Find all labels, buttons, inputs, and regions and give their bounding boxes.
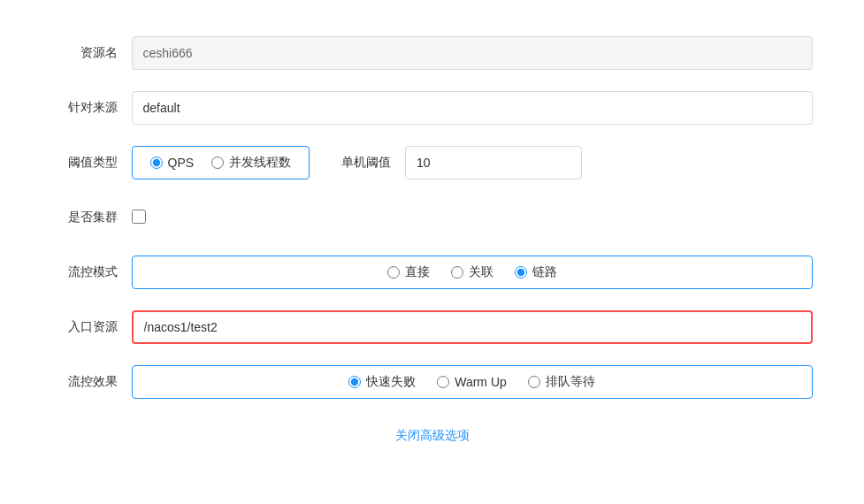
resource-name-input[interactable] (132, 36, 813, 70)
flow-queue-option[interactable]: 排队等待 (528, 374, 595, 390)
flow-mode-label: 流控模式 (52, 264, 132, 280)
flow-fast-fail-radio[interactable] (348, 376, 361, 388)
resource-name-control (132, 36, 813, 70)
resource-name-label: 资源名 (52, 45, 132, 61)
flow-mode-control: 直接 关联 链路 (132, 256, 813, 289)
flow-chain-radio[interactable] (515, 266, 527, 279)
threshold-type-row: 阈值类型 QPS 并发线程数 单机阈值 (52, 145, 813, 180)
entry-resource-row: 入口资源 (52, 309, 813, 345)
cluster-label: 是否集群 (52, 210, 132, 225)
close-advanced-link[interactable]: 关闭高级选项 (395, 428, 470, 444)
cluster-row: 是否集群 (52, 200, 813, 235)
threshold-type-control: QPS 并发线程数 单机阈值 (132, 146, 813, 179)
flow-effect-row: 流控效果 快速失败 Warm Up 排队等待 (52, 364, 813, 400)
cluster-control (132, 210, 813, 226)
flow-mode-box: 直接 关联 链路 (132, 256, 813, 289)
close-advanced-row: 关闭高级选项 (52, 419, 813, 444)
resource-name-row: 资源名 (52, 35, 813, 71)
flow-chain-label: 链路 (532, 264, 557, 280)
threshold-qps-option[interactable]: QPS (150, 156, 195, 170)
threshold-qps-label: QPS (168, 156, 195, 170)
flow-effect-box: 快速失败 Warm Up 排队等待 (132, 365, 813, 399)
flow-associate-label: 关联 (469, 264, 493, 280)
single-threshold-input[interactable] (405, 146, 582, 179)
flow-associate-option[interactable]: 关联 (451, 264, 493, 280)
flow-warm-up-label: Warm Up (455, 375, 507, 389)
source-row: 针对来源 (52, 90, 813, 126)
flow-direct-label: 直接 (405, 264, 430, 280)
source-input[interactable] (132, 91, 813, 125)
threshold-type-box: QPS 并发线程数 (132, 146, 310, 179)
threshold-concurrent-label: 并发线程数 (229, 155, 291, 171)
flow-fast-fail-option[interactable]: 快速失败 (348, 374, 416, 390)
threshold-concurrent-radio[interactable] (211, 157, 224, 169)
flow-direct-radio[interactable] (387, 266, 400, 279)
flow-queue-label: 排队等待 (546, 374, 595, 390)
entry-resource-label: 入口资源 (52, 319, 132, 335)
flow-warm-up-radio[interactable] (437, 376, 449, 388)
threshold-qps-radio[interactable] (150, 157, 163, 169)
flow-chain-option[interactable]: 链路 (515, 264, 557, 280)
flow-effect-control: 快速失败 Warm Up 排队等待 (132, 365, 813, 399)
source-control (132, 91, 813, 125)
flow-associate-radio[interactable] (451, 266, 463, 279)
form-container: 资源名 针对来源 阈值类型 QPS 并发线程数 (52, 18, 813, 462)
single-threshold-label: 单机阈值 (341, 155, 391, 171)
threshold-concurrent-option[interactable]: 并发线程数 (211, 155, 291, 171)
threshold-row: QPS 并发线程数 单机阈值 (132, 146, 813, 179)
cluster-checkbox[interactable] (132, 210, 146, 224)
entry-resource-control (132, 310, 813, 344)
flow-warm-up-option[interactable]: Warm Up (437, 375, 507, 389)
threshold-type-label: 阈值类型 (52, 155, 132, 171)
flow-fast-fail-label: 快速失败 (366, 374, 416, 390)
flow-mode-row: 流控模式 直接 关联 链路 (52, 255, 813, 290)
entry-resource-input[interactable] (132, 310, 813, 344)
flow-queue-radio[interactable] (528, 376, 540, 388)
flow-effect-label: 流控效果 (52, 374, 132, 390)
flow-direct-option[interactable]: 直接 (387, 264, 430, 280)
source-label: 针对来源 (52, 100, 132, 116)
